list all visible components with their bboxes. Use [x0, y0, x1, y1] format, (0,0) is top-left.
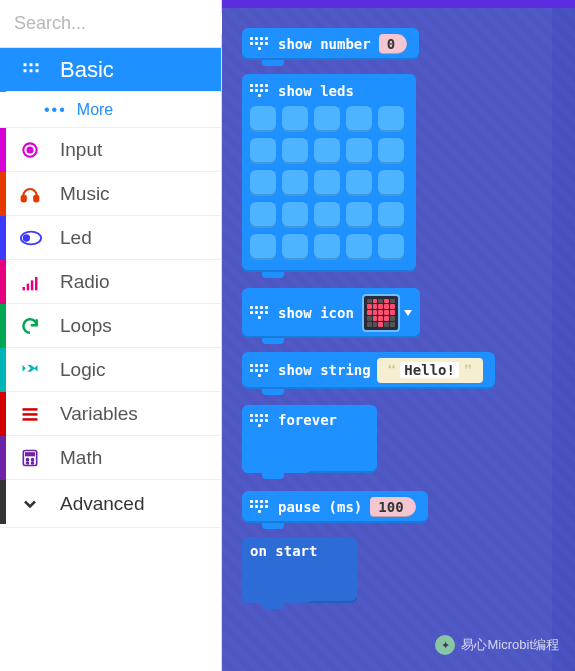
led-cell[interactable]: [282, 138, 308, 164]
string-value[interactable]: Hello!: [400, 362, 459, 378]
block-show-string[interactable]: show string ❝ Hello! ❞: [242, 352, 495, 389]
led-cell[interactable]: [314, 170, 340, 196]
svg-point-9: [28, 147, 33, 152]
led-cell[interactable]: [378, 234, 404, 260]
category-color-bar: [0, 348, 6, 392]
led-cell[interactable]: [346, 170, 372, 196]
led-cell[interactable]: [282, 202, 308, 228]
sidebar-item-more[interactable]: •••More: [0, 92, 221, 128]
category-color-bar: [0, 128, 6, 172]
sidebar-item-led[interactable]: Led: [0, 216, 221, 260]
search-input[interactable]: [14, 13, 246, 34]
block-forever[interactable]: forever: [242, 405, 377, 473]
led-cell[interactable]: [250, 138, 276, 164]
led-cell[interactable]: [346, 138, 372, 164]
led-cell[interactable]: [282, 234, 308, 260]
sidebar-item-advanced[interactable]: Advanced: [0, 480, 221, 528]
led-cell[interactable]: [314, 202, 340, 228]
sidebar-item-label: Led: [60, 227, 92, 249]
category-color-bar: [0, 392, 6, 436]
sidebar-item-label: Logic: [60, 359, 105, 381]
variables-icon: [20, 404, 46, 424]
svg-rect-3: [30, 63, 33, 66]
math-icon: [20, 448, 46, 468]
led-cell[interactable]: [250, 106, 276, 132]
sidebar-item-music[interactable]: Music: [0, 172, 221, 216]
svg-rect-10: [22, 195, 26, 201]
svg-rect-22: [26, 453, 34, 456]
watermark-text: 易心Microbit编程: [461, 636, 559, 654]
open-quote-icon: ❝: [383, 361, 401, 380]
sidebar-item-basic[interactable]: Basic: [0, 48, 221, 92]
music-icon: [20, 184, 46, 204]
category-color-bar: [0, 216, 6, 260]
sidebar-item-logic[interactable]: Logic: [0, 348, 221, 392]
block-label: pause (ms): [278, 499, 362, 515]
category-color-bar: [0, 480, 6, 524]
string-input-slot[interactable]: ❝ Hello! ❞: [377, 358, 483, 383]
workspace-canvas[interactable]: show number 0 show leds show icon show s…: [222, 0, 575, 671]
led-cell[interactable]: [314, 234, 340, 260]
led-cell[interactable]: [378, 202, 404, 228]
chevron-down-icon: [404, 310, 412, 316]
sidebar-item-math[interactable]: Math: [0, 436, 221, 480]
led-cell[interactable]: [346, 106, 372, 132]
category-color-bar: [0, 304, 6, 348]
icon-dropdown[interactable]: [362, 294, 400, 332]
led-grid[interactable]: [250, 106, 404, 260]
svg-rect-20: [23, 418, 38, 421]
led-cell[interactable]: [250, 170, 276, 196]
wechat-icon: ✦: [435, 635, 455, 655]
block-on-start[interactable]: on start: [242, 537, 357, 603]
sidebar-item-label: Input: [60, 139, 102, 161]
block-label: on start: [250, 543, 317, 559]
block-show-number[interactable]: show number 0: [242, 28, 419, 60]
led-cell[interactable]: [282, 106, 308, 132]
category-list: Basic•••MoreInputMusicLedRadioLoopsLogic…: [0, 48, 221, 671]
advanced-icon: [20, 494, 46, 514]
more-icon: •••: [44, 101, 67, 119]
sidebar-item-label: Basic: [60, 57, 114, 83]
sidebar-item-label: Loops: [60, 315, 112, 337]
led-icon: [20, 230, 46, 246]
number-input-slot[interactable]: 0: [379, 34, 407, 54]
svg-rect-18: [23, 408, 38, 411]
led-cell[interactable]: [346, 234, 372, 260]
led-cell[interactable]: [378, 106, 404, 132]
block-pause[interactable]: pause (ms) 100: [242, 491, 428, 523]
sidebar-item-radio[interactable]: Radio: [0, 260, 221, 304]
basic-icon: [20, 61, 46, 79]
led-cell[interactable]: [346, 202, 372, 228]
sidebar-item-label: Math: [60, 447, 102, 469]
block-flyout: show number 0 show leds show icon show s…: [222, 8, 552, 671]
sidebar-item-variables[interactable]: Variables: [0, 392, 221, 436]
category-color-bar: [0, 260, 6, 304]
radio-icon: [20, 272, 46, 292]
sidebar-item-input[interactable]: Input: [0, 128, 221, 172]
block-show-leds[interactable]: show leds: [242, 74, 416, 272]
led-cell[interactable]: [250, 202, 276, 228]
led-cell[interactable]: [314, 106, 340, 132]
sidebar-item-loops[interactable]: Loops: [0, 304, 221, 348]
led-cell[interactable]: [378, 138, 404, 164]
led-cell[interactable]: [250, 234, 276, 260]
svg-rect-4: [36, 63, 39, 66]
input-icon: [20, 140, 46, 160]
led-cell[interactable]: [314, 138, 340, 164]
number-input-slot[interactable]: 100: [370, 497, 415, 517]
led-cell[interactable]: [282, 170, 308, 196]
logic-icon: [20, 360, 46, 380]
svg-point-23: [27, 458, 29, 460]
search-row: [0, 0, 221, 48]
sidebar-item-label: Variables: [60, 403, 138, 425]
sidebar-item-label: Music: [60, 183, 110, 205]
led-cell[interactable]: [378, 170, 404, 196]
grip-icon: [250, 304, 268, 322]
grip-icon: [250, 361, 268, 379]
svg-rect-7: [36, 69, 39, 72]
block-label: show leds: [278, 83, 354, 99]
block-show-icon[interactable]: show icon: [242, 288, 420, 338]
svg-point-25: [27, 462, 29, 464]
grip-icon: [250, 411, 268, 429]
svg-rect-11: [34, 195, 38, 201]
